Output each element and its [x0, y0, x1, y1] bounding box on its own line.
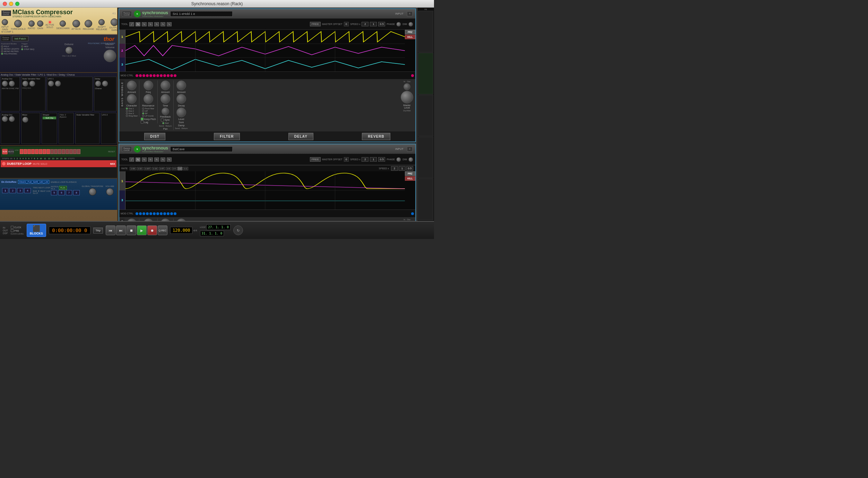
- speed-val-2-2[interactable]: 1: [370, 157, 377, 162]
- minimize-button[interactable]: [9, 2, 13, 6]
- mod-dot-5[interactable]: [149, 74, 152, 77]
- fast-forward-btn[interactable]: ⏭: [116, 225, 126, 235]
- phase-knob-2[interactable]: [396, 157, 401, 162]
- input-gain-knob[interactable]: [2, 19, 8, 25]
- tool-wave5[interactable]: ∿: [160, 22, 165, 26]
- rate-1-69[interactable]: 1-69: [130, 167, 136, 170]
- delay-amount-knob[interactable]: [160, 80, 170, 90]
- run-btn[interactable]: RUN: [2, 149, 8, 154]
- step-10[interactable]: [54, 149, 58, 154]
- slot-6[interactable]: 6: [58, 190, 64, 195]
- mod-dot2-10[interactable]: [167, 212, 170, 215]
- speed-val-3-1[interactable]: 2: [391, 166, 398, 171]
- sync1-input-btn[interactable]: ≡: [407, 11, 413, 16]
- mod-dot2-end[interactable]: [411, 212, 414, 215]
- speed-val-2-1[interactable]: 2: [362, 157, 368, 162]
- reverb-btn-1[interactable]: REVERB: [362, 133, 390, 140]
- tool2-wave3[interactable]: ∿: [148, 157, 153, 162]
- osc2-tune-knob[interactable]: [2, 116, 8, 122]
- dist-amount-knob[interactable]: [127, 80, 137, 90]
- mod-dot2-9[interactable]: [163, 212, 166, 215]
- mod-dot-10[interactable]: [167, 74, 170, 77]
- play-btn[interactable]: ▶: [137, 225, 147, 235]
- tool2-wave1[interactable]: ∿: [136, 157, 140, 162]
- stop-btn[interactable]: ⏹: [127, 225, 136, 235]
- pos-display-2[interactable]: 31. 1. 1. 0: [200, 231, 224, 236]
- dist-char-knob[interactable]: [127, 94, 137, 104]
- mod-dot2-11[interactable]: [170, 212, 173, 215]
- mod-dot-1[interactable]: [136, 74, 138, 77]
- rate-1-16[interactable]: 1-16: [152, 167, 158, 170]
- mod-dot-4[interactable]: [146, 74, 149, 77]
- dim-knob-1[interactable]: [408, 22, 413, 27]
- maximize-button[interactable]: [15, 2, 19, 6]
- dim-knob-2[interactable]: [408, 157, 413, 162]
- mod-dot2-4[interactable]: [146, 212, 149, 215]
- tool-wave3[interactable]: ∿: [148, 22, 153, 26]
- tap-btn[interactable]: TAp: [93, 228, 103, 233]
- rate-1-1[interactable]: 1-1: [183, 167, 188, 170]
- step-2[interactable]: [24, 149, 27, 154]
- tool2-wave2[interactable]: ∿: [142, 157, 147, 162]
- free-btn-2[interactable]: FREE: [310, 157, 321, 162]
- window-controls[interactable]: [3, 2, 19, 6]
- bpm-display[interactable]: 120.000: [170, 227, 193, 234]
- sync2-bypass[interactable]: BypassOn/Off: [122, 146, 132, 152]
- step-4[interactable]: [31, 149, 35, 154]
- mute-seq-btn[interactable]: MUTE: [8, 149, 14, 154]
- attack-knob[interactable]: [72, 20, 80, 27]
- dist-btn-1[interactable]: DIST: [144, 133, 165, 140]
- reverb-level-knob[interactable]: [176, 108, 186, 117]
- gain-knob[interactable]: [37, 20, 43, 27]
- master-offset-val[interactable]: 0: [344, 22, 349, 26]
- reverb-decay-knob[interactable]: [176, 94, 186, 104]
- speed-val-2[interactable]: 1: [370, 22, 377, 26]
- filter-res-ctrl-knob[interactable]: [144, 94, 153, 104]
- dist2-amount-knob[interactable]: [127, 219, 137, 221]
- loop-toggle-btn[interactable]: Q.REC: [158, 225, 167, 235]
- mod-dot2-5[interactable]: [149, 212, 152, 215]
- slot-4[interactable]: 4: [24, 188, 31, 193]
- mod-dot-end[interactable]: [411, 74, 414, 77]
- step-12[interactable]: [62, 149, 65, 154]
- delay-fb-knob[interactable]: [102, 80, 108, 87]
- tool-wave4[interactable]: ∿: [154, 22, 159, 26]
- mod-dot2-8[interactable]: [160, 212, 163, 215]
- tool-wave2[interactable]: ∿: [142, 22, 147, 26]
- global-transpose-knob[interactable]: [89, 188, 96, 196]
- sync1-name[interactable]: Sn1 1 eHobl 1 e: [170, 11, 233, 17]
- filter-res-knob[interactable]: [29, 80, 35, 87]
- step-5[interactable]: [35, 149, 38, 154]
- step-14[interactable]: [69, 149, 73, 154]
- speed-val-1[interactable]: 2: [362, 22, 368, 26]
- osc2-semi-knob[interactable]: [9, 116, 15, 122]
- mini-thumb-5[interactable]: [418, 179, 433, 220]
- tool-wave6[interactable]: ∿: [167, 22, 172, 26]
- slot-3[interactable]: 3: [17, 188, 23, 193]
- step-15[interactable]: [73, 149, 77, 154]
- mod-dot2-2[interactable]: [139, 212, 142, 215]
- adapt-release-knob[interactable]: [98, 19, 105, 25]
- sidechain-knob[interactable]: [60, 20, 66, 27]
- osc-tune-knob[interactable]: [2, 80, 8, 87]
- rewind-btn[interactable]: ⏮: [106, 225, 115, 235]
- mod-dot-6[interactable]: [153, 74, 156, 77]
- record-btn[interactable]: ⏺: [147, 225, 157, 235]
- reverb-amount-knob[interactable]: [176, 80, 186, 90]
- mod-dot2-12[interactable]: [174, 212, 176, 215]
- filter-freq-knob[interactable]: [22, 80, 28, 87]
- osc-semi-knob[interactable]: [9, 80, 15, 87]
- mixer-knob[interactable]: [22, 117, 28, 123]
- mod-dot-8[interactable]: [160, 74, 163, 77]
- sync2-input-btn[interactable]: ≡: [407, 147, 413, 152]
- click-chk[interactable]: [11, 226, 14, 229]
- mod-dot-3[interactable]: [142, 74, 145, 77]
- mod-dot-2[interactable]: [139, 74, 142, 77]
- sync-btn[interactable]: ↻: [233, 225, 243, 235]
- tool-line[interactable]: ╱: [129, 22, 134, 26]
- slot-2[interactable]: 2: [9, 188, 16, 193]
- mini-thumb-1[interactable]: [418, 11, 433, 52]
- frz-btn-1[interactable]: FRZ: [405, 30, 415, 34]
- detune-knob[interactable]: [65, 46, 73, 54]
- mod-dot-12[interactable]: [174, 74, 176, 77]
